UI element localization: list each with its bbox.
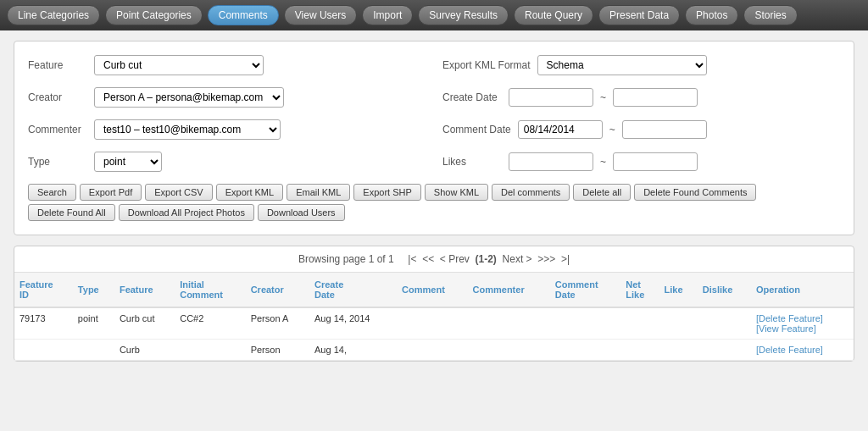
cell-4: Person A [246,307,309,340]
type-select[interactable]: point [94,152,162,172]
cell-7 [468,340,550,361]
cell-2: Curb cut [114,307,175,340]
nav-btn-comments[interactable]: Comments [208,5,279,25]
cell-9 [620,307,659,340]
delete-found-all-button[interactable]: Delete Found All [28,204,115,221]
creator-label: Creator [28,91,87,103]
nav-btn-import[interactable]: Import [362,5,413,25]
delete-found-comments-button[interactable]: Delete Found Comments [634,184,756,201]
export-pdf-button[interactable]: Export Pdf [80,184,142,201]
filter-row-3: Commenter test10 – test10@bikemap.com Co… [28,119,840,140]
results-header: Browsing page 1 of 1 |< << < Prev (1-2) … [14,246,854,273]
creator-group: Creator Person A – persona@bikemap.com [28,87,426,108]
type-group: Type point [28,152,426,172]
create-date-dash: ~ [597,91,609,103]
op-link[interactable]: [Delete Feature] [756,345,823,355]
col-feature: Feature [114,273,175,307]
cell-8 [550,340,620,361]
create-date-label: Create Date [442,91,502,103]
nav-btn-view-users[interactable]: View Users [284,5,357,25]
cell-9 [620,340,659,361]
search-button[interactable]: Search [28,184,76,201]
filter-row-2: Creator Person A – persona@bikemap.com C… [28,87,840,108]
feature-select[interactable]: Curb cut [94,55,264,75]
export-shp-button[interactable]: Export SHP [353,184,420,201]
likes-from[interactable] [509,152,593,171]
main-content: Feature Curb cut Export KML Format Schem… [0,30,868,372]
filter-panel: Feature Curb cut Export KML Format Schem… [14,41,854,235]
col-comment-date: CommentDate [550,273,620,307]
cell-3: CC#2 [175,307,245,340]
col-commenter: Commenter [468,273,550,307]
cell-0 [14,340,73,361]
cell-10 [659,307,698,340]
create-date-to[interactable] [613,88,698,107]
table-row: CurbPersonAug 14,[Delete Feature] [14,340,854,361]
type-label: Type [28,156,87,168]
nav-btn-survey-results[interactable]: Survey Results [418,5,509,25]
col-feature-id: FeatureID [14,273,73,307]
cell-2: Curb [114,340,175,361]
col-operation: Operation [751,273,854,307]
likes-label: Likes [442,156,502,168]
export-kml-select[interactable]: Schema [537,55,707,75]
export-kml-label: Export KML Format [442,59,531,71]
commenter-label: Commenter [28,124,87,135]
cell-1 [73,340,114,361]
nav-btn-stories[interactable]: Stories [743,5,797,25]
col-creator: Creator [246,273,309,307]
table-row: 79173pointCurb cutCC#2Person AAug 14, 20… [14,307,854,340]
nav-btn-line-categories[interactable]: Line Categories [7,5,100,25]
create-date-from[interactable] [509,88,593,107]
comment-date-from[interactable] [518,120,603,139]
email-kml-button[interactable]: Email KML [287,184,350,201]
cell-3 [175,340,245,361]
nav-btn-present-data[interactable]: Present Data [598,5,680,25]
nav-btn-photos[interactable]: Photos [685,5,738,25]
likes-to[interactable] [613,152,698,171]
nav-btn-point-categories[interactable]: Point Categories [105,5,203,25]
likes-pair: ~ [509,152,698,171]
nav-btn-route-query[interactable]: Route Query [514,5,593,25]
cell-1: point [73,307,114,340]
col-like: Like [659,273,698,307]
export-csv-button[interactable]: Export CSV [145,184,212,201]
delete-all-button[interactable]: Delete all [573,184,631,201]
filter-row-1: Feature Curb cut Export KML Format Schem… [28,55,840,75]
create-date-pair: ~ [509,88,698,107]
cell-5: Aug 14, 2014 [309,307,397,340]
navbar: Line CategoriesPoint CategoriesCommentsV… [0,0,868,30]
cell-6 [397,307,467,340]
results-panel: Browsing page 1 of 1 |< << < Prev (1-2) … [14,246,854,362]
commenter-select[interactable]: test10 – test10@bikemap.com [94,119,281,140]
export-kml-group: Export KML Format Schema [442,55,840,75]
comment-date-group: Comment Date ~ [442,120,840,139]
del-comments-button[interactable]: Del comments [492,184,570,201]
commenter-group: Commenter test10 – test10@bikemap.com [28,119,426,140]
comment-date-dash: ~ [606,124,619,135]
col-type: Type [73,273,114,307]
show-kml-button[interactable]: Show KML [425,184,488,201]
cell-0: 79173 [14,307,73,340]
feature-label: Feature [28,59,87,71]
creator-select[interactable]: Person A – persona@bikemap.com [94,87,284,108]
filter-row-4: Type point Likes ~ [28,152,840,172]
feature-group: Feature Curb cut [28,55,426,75]
likes-group: Likes ~ [442,152,840,171]
col-initial-comment: InitialComment [175,273,245,307]
download-users-button[interactable]: Download Users [258,204,345,221]
col-comment: Comment [397,273,467,307]
table-header-row: FeatureID Type Feature InitialComment Cr… [14,273,854,307]
export-kml-button[interactable]: Export KML [216,184,283,201]
op-link[interactable]: [View Feature] [756,323,816,334]
download-photos-button[interactable]: Download All Project Photos [119,204,254,221]
cell-6 [397,340,467,361]
browsing-text: Browsing page 1 of 1 [298,253,394,265]
likes-dash: ~ [597,156,609,168]
action-buttons-row2: Delete Found All Download All Project Ph… [28,204,840,221]
cell-11 [698,307,751,340]
col-create-date: CreateDate [309,273,397,307]
comment-date-to[interactable] [622,120,707,139]
op-link[interactable]: [Delete Feature] [756,313,823,323]
cell-5: Aug 14, [309,340,397,361]
